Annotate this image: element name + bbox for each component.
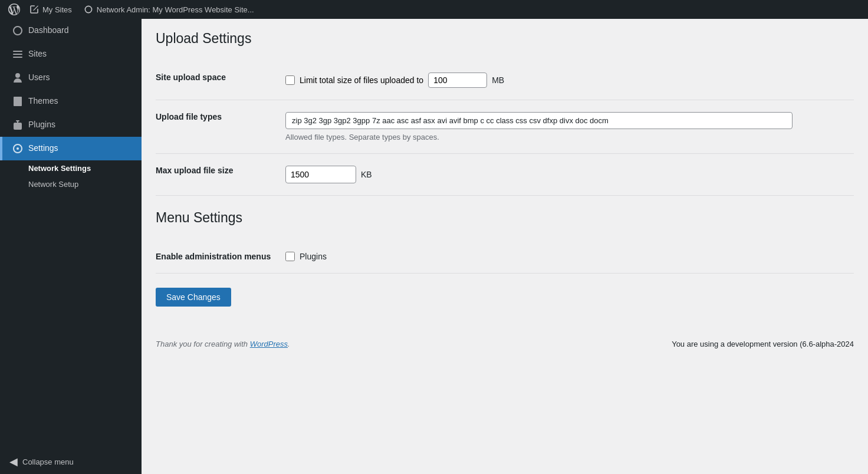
sidebar-item-label-dashboard: Dashboard [28, 25, 69, 37]
upload-file-types-input[interactable] [285, 112, 793, 129]
enable-admin-menus-label: Enable administration menus [156, 252, 271, 261]
sidebar-item-settings[interactable]: Settings [0, 137, 142, 160]
upload-space-checkbox[interactable] [285, 75, 295, 85]
sidebar-item-dashboard[interactable]: Dashboard [0, 19, 142, 42]
enable-admin-menus-row: Enable administration menus Plugins [156, 240, 854, 274]
max-upload-controls: KB [285, 166, 854, 183]
upload-space-value-input[interactable] [428, 73, 487, 88]
network-admin-menu[interactable]: Network Admin: My WordPress Website Site… [78, 0, 260, 19]
plugins-icon [12, 119, 24, 131]
sidebar-sub-network-setup[interactable]: Network Setup [0, 176, 142, 192]
upload-settings-title: Upload Settings [156, 31, 854, 47]
sidebar-item-label-plugins: Plugins [28, 119, 55, 131]
collapse-menu-button[interactable]: ◀ Collapse menu [0, 449, 142, 474]
footer-left-text: Thank you for creating with WordPress. [156, 340, 290, 348]
max-upload-label: Max upload file size [156, 166, 233, 175]
menu-settings-table: Enable administration menus Plugins [156, 240, 854, 274]
sidebar-item-label-sites: Sites [28, 48, 47, 60]
sidebar-sub-network-settings[interactable]: Network Settings [0, 160, 142, 176]
wordpress-link[interactable]: WordPress [250, 340, 288, 348]
admin-bar: My Sites Network Admin: My WordPress Web… [0, 0, 868, 19]
max-upload-value-input[interactable] [285, 166, 356, 183]
save-changes-button[interactable]: Save Changes [156, 288, 231, 307]
main-content: Upload Settings Site upload space Limit … [142, 19, 868, 474]
admin-menus-controls: Plugins [285, 252, 854, 261]
site-upload-space-label: Site upload space [156, 73, 226, 82]
plugins-checkbox[interactable] [285, 252, 295, 261]
themes-icon [12, 96, 24, 107]
collapse-menu-label: Collapse menu [22, 457, 74, 466]
menu-settings-title: Menu Settings [156, 200, 854, 226]
settings-icon [12, 143, 24, 154]
network-admin-label: Network Admin: My WordPress Website Site… [97, 5, 254, 14]
sidebar-item-sites[interactable]: Sites [0, 42, 142, 66]
plugins-checkbox-label: Plugins [300, 252, 327, 261]
my-sites-menu[interactable]: My Sites [24, 0, 78, 19]
my-sites-label: My Sites [42, 5, 72, 14]
max-upload-size-row: Max upload file size KB [156, 154, 854, 196]
sidebar-item-themes[interactable]: Themes [0, 90, 142, 113]
footer: Thank you for creating with WordPress. Y… [156, 330, 854, 348]
sidebar-item-users[interactable]: Users [0, 66, 142, 90]
upload-settings-table: Site upload space Limit total size of fi… [156, 61, 854, 196]
wp-logo-icon[interactable] [5, 0, 24, 19]
sidebar-sub-label-network-settings: Network Settings [28, 164, 91, 173]
sidebar: Dashboard Sites Users Themes Plugins [0, 19, 142, 474]
upload-file-types-label: Upload file types [156, 112, 222, 121]
users-icon [12, 72, 24, 84]
sidebar-item-plugins[interactable]: Plugins [0, 113, 142, 137]
upload-space-unit: MB [492, 75, 504, 85]
max-upload-unit: KB [361, 170, 372, 179]
sites-icon [12, 48, 24, 60]
collapse-arrow-icon: ◀ [9, 455, 18, 468]
upload-file-types-row: Upload file types Allowed file types. Se… [156, 100, 854, 154]
sidebar-item-label-settings: Settings [28, 143, 58, 154]
upload-file-types-hint: Allowed file types. Separate types by sp… [285, 133, 854, 141]
sidebar-item-label-users: Users [28, 72, 50, 84]
upload-space-checkbox-label: Limit total size of files uploaded to [300, 75, 423, 85]
sidebar-sub-label-network-setup: Network Setup [28, 180, 78, 189]
footer-right-text: You are using a development version (6.6… [672, 340, 854, 348]
upload-space-controls: Limit total size of files uploaded to MB [285, 73, 854, 88]
sidebar-item-label-themes: Themes [28, 96, 58, 107]
site-upload-space-row: Site upload space Limit total size of fi… [156, 61, 854, 100]
dashboard-icon [12, 25, 24, 37]
